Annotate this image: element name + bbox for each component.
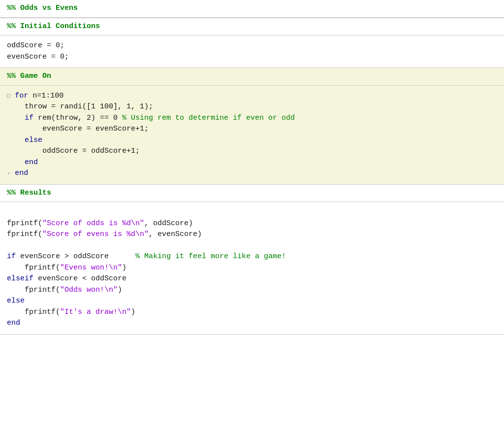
section-results: %% Results fprintf("Score of odds is %d\…: [0, 185, 504, 335]
code-line: fprintf("Score of evens is %d\n", evenSc…: [7, 229, 497, 240]
code-line: else: [7, 296, 497, 307]
section-title: %% Odds vs Evens: [0, 0, 504, 18]
section-results-content: fprintf("Score of odds is %d\n", oddScor…: [0, 202, 504, 334]
code-line: - end: [7, 168, 497, 179]
section-game-on-content: □ for n=1:100 throw = randi([1 100], 1, …: [0, 86, 504, 184]
initial-conditions-title: %% Initial Conditions: [7, 22, 100, 31]
code-line: fprintf("Odds won!\n"): [7, 285, 497, 296]
code-line: throw = randi([1 100], 1, 1);: [7, 101, 497, 113]
code-line: elseif evenScore < oddScore: [7, 273, 497, 285]
game-on-title: %% Game On: [7, 72, 51, 80]
code-line: oddScore = 0;: [7, 40, 497, 52]
code-line: fprintf("It's a draw!\n"): [7, 307, 497, 318]
section-results-header: %% Results: [0, 185, 504, 203]
section-game-on: %% Game On □ for n=1:100 throw = randi([…: [0, 68, 504, 185]
section-title-header: %% Odds vs Evens: [0, 0, 504, 18]
empty-line: [7, 207, 497, 218]
title-text: %% Odds vs Evens: [7, 4, 78, 12]
code-line: oddScore = oddScore+1;: [7, 146, 497, 157]
section-initial-conditions-header: %% Initial Conditions: [0, 18, 504, 36]
code-line: fprintf("Evens won!\n"): [7, 263, 497, 274]
code-line: end: [7, 157, 497, 169]
code-line: end: [7, 318, 497, 329]
section-initial-conditions: %% Initial Conditions oddScore = 0; even…: [0, 18, 504, 68]
code-line: □ for n=1:100: [7, 91, 497, 102]
results-title: %% Results: [7, 189, 51, 197]
section-game-on-header: %% Game On: [0, 68, 504, 86]
code-line: if rem(throw, 2) == 0 % Using rem to det…: [7, 113, 497, 124]
code-line: if evenScore > oddScore % Making it feel…: [7, 251, 497, 263]
empty-line: [7, 240, 497, 252]
code-line: else: [7, 135, 497, 146]
code-line: evenScore = 0;: [7, 52, 497, 63]
code-line: evenScore = evenScore+1;: [7, 124, 497, 135]
section-initial-conditions-content: oddScore = 0; evenScore = 0;: [0, 35, 504, 68]
code-container: %% Odds vs Evens %% Initial Conditions o…: [0, 0, 504, 335]
code-line: fprintf("Score of odds is %d\n", oddScor…: [7, 218, 497, 230]
